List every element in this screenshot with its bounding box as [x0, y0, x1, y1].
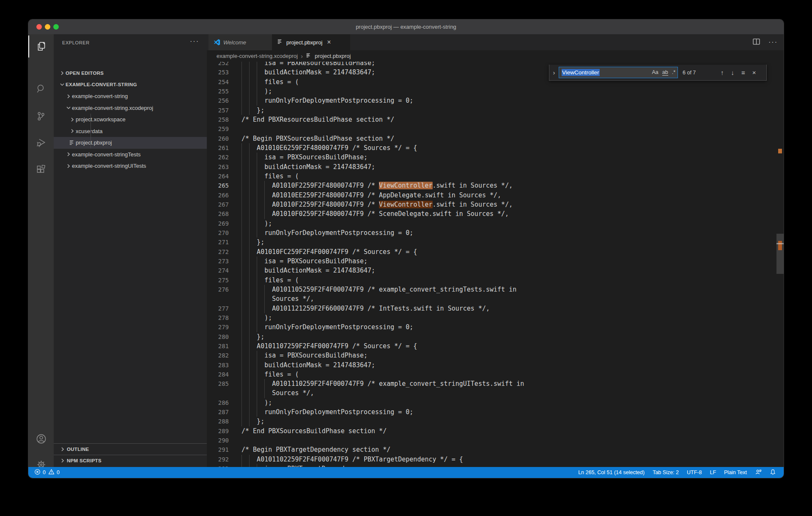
line-content: }; [257, 106, 264, 115]
scrollbar-thumb[interactable] [776, 234, 784, 274]
code-line[interactable]: 290 [207, 436, 784, 445]
tree-item-example-convert-string[interactable]: example-convert-string [54, 90, 207, 102]
code-line[interactable]: 266A01010EE259F2F48000747F9 /* AppDelega… [207, 191, 784, 200]
code-line[interactable]: 272A01010FC259F2F4F000747F9 /* Sources *… [207, 247, 784, 257]
code-line[interactable]: 270runOnlyForDeploymentPostprocessing = … [207, 228, 784, 238]
code-line[interactable]: 279runOnlyForDeploymentPostprocessing = … [207, 322, 784, 332]
run-debug-icon[interactable] [28, 132, 54, 154]
code-line[interactable]: 280}; [207, 332, 784, 341]
sidebar-section-npm-scripts[interactable]: NPM SCRIPTS [54, 455, 207, 466]
extensions-icon[interactable] [28, 159, 54, 181]
code-text: runOnlyForDeploymentPostprocessing = 0; [264, 323, 413, 331]
tree-item-xcuserdata[interactable]: xcuserdata [54, 126, 207, 137]
indent-guide [264, 200, 265, 209]
indent-guide [257, 379, 257, 388]
breadcrumb-folder[interactable]: example-convert-string.xcodeproj [217, 53, 298, 59]
status-language-mode[interactable]: Plain Text [724, 470, 747, 475]
indent-guide [249, 181, 250, 190]
tab-welcome[interactable]: Welcome [208, 34, 272, 50]
code-line[interactable]: 259 [207, 124, 784, 134]
code-line[interactable]: 257}; [207, 106, 784, 115]
code-line[interactable]: 282isa = PBXSourcesBuildPhase; [207, 351, 784, 360]
code-line[interactable]: 292A0101102259F2F4F000747F9 /* PBXTarget… [207, 455, 784, 464]
code-line[interactable]: 274buildActionMask = 2147483647; [207, 266, 784, 275]
sidebar-section-outline[interactable]: OUTLINE [54, 443, 207, 455]
tree-item-open-editors[interactable]: OPEN EDITORS [54, 67, 207, 79]
tree-item-example-convert-string[interactable]: EXAMPLE-CONVERT-STRING [54, 79, 207, 91]
tree-item-project-xcworkspace[interactable]: project.xcworkspace [54, 114, 207, 126]
find-input[interactable]: ViewController Aa ab .* [559, 67, 678, 78]
code-line[interactable]: 289/* End PBXSourcesBuildPhase section *… [207, 426, 784, 436]
code-line[interactable]: 263buildActionMask = 2147483647; [207, 162, 784, 172]
code-line[interactable]: 286); [207, 398, 784, 407]
code-line[interactable]: 288}; [207, 417, 784, 426]
status-tab-size[interactable]: Tab Size: 2 [653, 470, 679, 475]
code-line[interactable]: 276A0101105259F2F4F000747F9 /* example_c… [207, 285, 784, 294]
indent-guide [249, 407, 250, 417]
code-line[interactable]: 291/* Begin PBXTargetDependency section … [207, 445, 784, 454]
next-match-icon[interactable]: ↓ [731, 69, 735, 76]
problems-errors[interactable]: 0 [34, 469, 46, 476]
code-line[interactable]: 285A0101110259F2F4F000747F9 /* example_c… [207, 379, 784, 388]
code-line[interactable]: 284files = ( [207, 370, 784, 379]
find-in-selection-icon[interactable]: ≡ [741, 69, 745, 76]
explorer-icon[interactable] [28, 35, 54, 57]
line-content: }; [257, 332, 264, 341]
file-tree: OPEN EDITORSEXAMPLE-CONVERT-STRINGexampl… [54, 67, 207, 172]
more-actions-icon[interactable]: ··· [190, 38, 199, 45]
tree-item-example-convert-stringuitests[interactable]: example-convert-stringUITests [54, 160, 207, 172]
regex-icon[interactable]: .* [672, 69, 675, 76]
source-control-icon[interactable] [28, 105, 54, 127]
code-line[interactable]: 281A0101107259F2F4F000747F9 /* Sources *… [207, 341, 784, 351]
line-content: runOnlyForDeploymentPostprocessing = 0; [264, 96, 413, 105]
tree-item-example-convert-stringtests[interactable]: example-convert-stringTests [54, 149, 207, 161]
search-icon[interactable] [28, 78, 54, 100]
problems-warnings[interactable]: 0 [48, 469, 60, 476]
status-eol[interactable]: LF [710, 470, 716, 475]
account-icon[interactable] [28, 428, 54, 450]
code-line[interactable]: 271}; [207, 238, 784, 247]
status-cursor-position[interactable]: Ln 265, Col 51 (14 selected) [578, 470, 645, 475]
more-actions-icon[interactable]: ··· [768, 38, 778, 46]
match-case-icon[interactable]: Aa [652, 69, 658, 76]
indent-guide [241, 322, 242, 332]
tree-item-example-convert-string-xcodeproj[interactable]: example-convert-string.xcodeproj [54, 102, 207, 114]
previous-match-icon[interactable]: ↑ [721, 69, 724, 76]
tab-project-pbxproj[interactable]: project.pbxproj × [272, 34, 350, 50]
code-area[interactable]: 252isa = PBXResourcesBuildPhase;253build… [207, 62, 784, 467]
code-line[interactable]: 261A01010E6259F2F48000747F9 /* Sources *… [207, 143, 784, 153]
code-line[interactable]: 265A01010F2259F2F48000747F9 /* ViewContr… [207, 181, 784, 190]
indent-guide [257, 407, 257, 417]
code-line[interactable]: 267A01010F2259F2F48000747F9 /* ViewContr… [207, 200, 784, 209]
feedback-icon[interactable] [755, 469, 762, 477]
code-line[interactable]: 256runOnlyForDeploymentPostprocessing = … [207, 96, 784, 105]
notifications-bell-icon[interactable] [770, 469, 776, 477]
code-line[interactable]: 275files = ( [207, 276, 784, 285]
toggle-replace-chevron-icon[interactable]: › [549, 69, 559, 76]
code-line[interactable]: 293isa = PBXTargetDependency; [207, 464, 784, 467]
status-encoding[interactable]: UTF-8 [687, 470, 702, 475]
code-line[interactable]: 287runOnlyForDeploymentPostprocessing = … [207, 407, 784, 417]
code-line[interactable]: 278); [207, 313, 784, 322]
code-line[interactable]: 273isa = PBXSourcesBuildPhase; [207, 257, 784, 266]
code-line[interactable]: 258/* End PBXResourcesBuildPhase section… [207, 115, 784, 124]
code-line[interactable]: 269); [207, 219, 784, 228]
code-line[interactable]: Sources */, [207, 388, 784, 398]
code-line[interactable]: 262isa = PBXSourcesBuildPhase; [207, 153, 784, 162]
tree-item-project-pbxproj[interactable]: project.pbxproj [54, 137, 207, 149]
code-line[interactable]: 255); [207, 87, 784, 96]
code-line[interactable]: 268A01010F0259F2F48000747F9 /* SceneDele… [207, 209, 784, 218]
code-line[interactable]: 260/* Begin PBXSourcesBuildPhase section… [207, 134, 784, 143]
close-find-widget-icon[interactable]: × [752, 69, 756, 76]
line-number: 255 [207, 87, 229, 96]
scrollbar[interactable] [776, 62, 784, 467]
split-editor-icon[interactable] [753, 38, 760, 46]
code-line[interactable]: 264files = ( [207, 172, 784, 181]
code-line[interactable]: 283buildActionMask = 2147483647; [207, 360, 784, 370]
close-tab-icon[interactable]: × [327, 38, 331, 46]
breadcrumb-file[interactable]: project.pbxproj [315, 53, 351, 59]
code-line[interactable]: Sources */, [207, 294, 784, 303]
whole-word-icon[interactable]: ab [662, 69, 668, 76]
indent-guide [249, 68, 250, 77]
code-line[interactable]: 277A0101121259F2F66000747F9 /* IntTests.… [207, 304, 784, 313]
